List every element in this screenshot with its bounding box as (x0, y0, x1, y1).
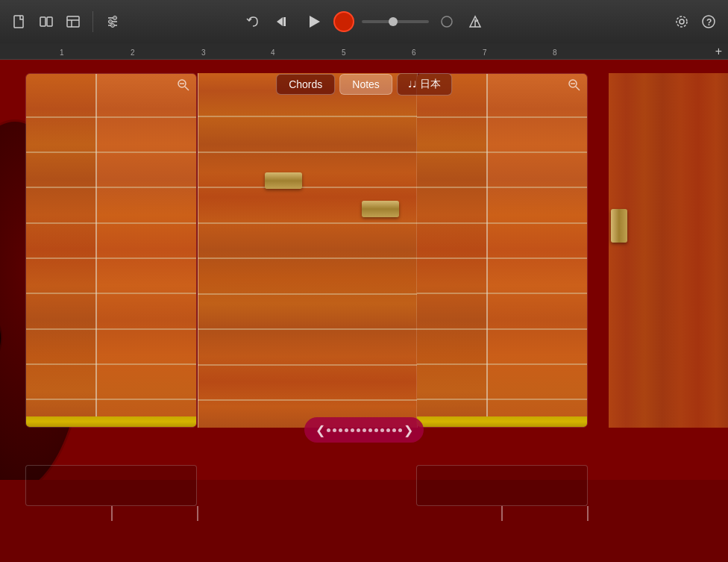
track-marker-3 (501, 506, 503, 521)
control-bar: Chords Notes ♩♩ 日本 (276, 73, 452, 96)
help-icon[interactable]: ? (698, 11, 719, 32)
track-marker-1 (111, 506, 113, 521)
right-fretboard (417, 74, 587, 427)
metronome-icon[interactable] (465, 11, 486, 32)
add-track-button[interactable]: + (715, 45, 722, 58)
undo-button[interactable] (242, 11, 263, 32)
zoom-out-icon-left[interactable] (177, 78, 190, 95)
svg-point-11 (111, 24, 115, 28)
svg-point-20 (677, 16, 687, 27)
ruler-mark-1: 1 (60, 49, 64, 57)
svg-rect-0 (14, 16, 23, 28)
bottom-track (0, 480, 728, 562)
ruler-mark-3: 3 (201, 49, 206, 57)
ruler-mark-4: 4 (271, 49, 275, 57)
play-button[interactable] (302, 10, 326, 34)
rewind-button[interactable] (271, 10, 295, 34)
volume-slider[interactable] (362, 20, 429, 23)
toolbar: ? (0, 0, 728, 43)
japanese-button[interactable]: ♩♩ 日本 (397, 73, 452, 96)
preferences-icon[interactable] (671, 11, 692, 32)
volume-thumb[interactable] (389, 17, 398, 26)
mixer-icon[interactable] (102, 11, 123, 32)
svg-point-7 (109, 20, 113, 24)
ruler-mark-8: 8 (553, 49, 557, 57)
volume-icon[interactable] (436, 11, 457, 32)
ruler-mark-5: 5 (342, 49, 346, 57)
svg-point-15 (442, 16, 452, 27)
svg-rect-3 (67, 16, 79, 27)
music-note-icon: ♩♩ (408, 79, 417, 90)
sep1 (92, 11, 93, 32)
track-marker-4 (587, 506, 589, 521)
scroll-handle[interactable]: ❮ ❯ (304, 417, 424, 443)
center-wood (198, 73, 418, 428)
toolbar-right: ? (671, 11, 719, 32)
ruler-mark-6: 6 (412, 49, 416, 57)
new-file-icon[interactable] (9, 11, 30, 32)
svg-text:?: ? (706, 17, 712, 28)
svg-point-9 (113, 16, 117, 20)
capo-left (265, 172, 302, 189)
svg-point-19 (680, 19, 684, 24)
ruler-mark-2: 2 (131, 49, 135, 57)
main-content: Chords Notes ♩♩ 日本 ❮ ❯ (0, 60, 728, 562)
scroll-left-arrow: ❮ (316, 423, 325, 437)
track-segment-left[interactable] (25, 465, 197, 506)
panel-bottom-bar-right (417, 416, 587, 427)
svg-rect-13 (283, 17, 286, 26)
ruler: 1 2 3 4 5 6 7 8 + (0, 43, 728, 60)
record-button[interactable] (333, 11, 354, 32)
capo-right (362, 201, 399, 217)
ruler-mark-7: 7 (483, 49, 487, 57)
transport-controls (242, 10, 486, 34)
scroll-dots (327, 428, 402, 432)
center-fretboard[interactable] (198, 73, 418, 428)
browser-icon[interactable] (63, 11, 84, 32)
japanese-label: 日本 (420, 78, 441, 91)
svg-rect-1 (40, 17, 46, 26)
right-guitar-panel (609, 73, 728, 428)
scroll-right-arrow: ❯ (404, 423, 413, 437)
left-instrument-panel[interactable] (25, 73, 197, 428)
notes-button[interactable]: Notes (339, 74, 392, 95)
svg-rect-2 (47, 17, 52, 26)
panel-bottom-bar-left (26, 416, 196, 427)
right-capo (611, 209, 627, 243)
track-segment-right[interactable] (416, 465, 588, 506)
track-marker-2 (197, 506, 198, 521)
svg-line-27 (576, 87, 580, 90)
svg-marker-14 (310, 16, 320, 28)
svg-marker-12 (277, 17, 283, 26)
left-fretboard (26, 74, 196, 427)
guitar-sound-hole (0, 301, 2, 375)
split-view-icon[interactable] (36, 11, 57, 32)
zoom-out-icon-right[interactable] (568, 78, 581, 95)
chords-button[interactable]: Chords (276, 74, 335, 95)
svg-line-24 (185, 87, 189, 90)
right-instrument-panel[interactable] (416, 73, 588, 428)
